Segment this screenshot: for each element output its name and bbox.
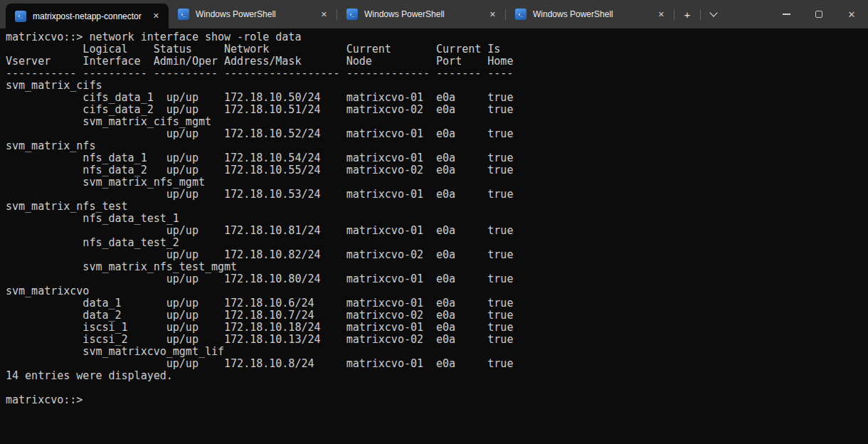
tab-title: Windows PowerShell (364, 9, 480, 19)
powershell-icon: ›_ (178, 9, 189, 20)
tab-dropdown-button[interactable] (703, 4, 724, 25)
tab-strip: ›_ matrixpost-netapp-connector ✕ ›_ Wind… (0, 0, 674, 28)
powershell-icon: ›_ (15, 11, 26, 22)
minimize-button[interactable] (770, 0, 803, 28)
plus-icon: + (684, 9, 691, 20)
terminal-output[interactable]: matrixcvo::> network interface show -rol… (0, 28, 868, 444)
tab-title: Windows PowerShell (533, 9, 649, 19)
tab-close-icon[interactable]: ✕ (655, 9, 667, 21)
maximize-button[interactable] (803, 0, 835, 28)
tab-close-icon[interactable]: ✕ (150, 10, 162, 22)
chevron-down-icon (709, 9, 717, 16)
tab-close-icon[interactable]: ✕ (487, 9, 499, 21)
tab-windows-powershell-4[interactable]: ›_ Windows PowerShell ✕ (506, 0, 674, 28)
maximize-icon (815, 11, 822, 18)
tab-title: matrixpost-netapp-connector (33, 11, 144, 21)
close-button[interactable]: ✕ (835, 0, 868, 28)
tab-close-icon[interactable]: ✕ (318, 9, 330, 21)
tab-title: Windows PowerShell (196, 9, 312, 19)
tab-windows-powershell-3[interactable]: ›_ Windows PowerShell ✕ (337, 0, 505, 28)
tab-windows-powershell-2[interactable]: ›_ Windows PowerShell ✕ (169, 0, 337, 28)
close-icon: ✕ (848, 10, 856, 19)
divider (700, 9, 701, 20)
tab-actions: + (674, 0, 726, 28)
tab-bar: ›_ matrixpost-netapp-connector ✕ ›_ Wind… (0, 0, 868, 28)
titlebar-drag-area (726, 0, 770, 28)
terminal-window: ›_ matrixpost-netapp-connector ✕ ›_ Wind… (0, 0, 868, 444)
minimize-icon (783, 14, 790, 14)
new-tab-button[interactable]: + (677, 4, 698, 25)
divider (674, 9, 674, 20)
powershell-icon: ›_ (346, 9, 358, 20)
window-controls: ✕ (770, 0, 868, 28)
powershell-icon: ›_ (515, 9, 526, 20)
tab-matrixpost-netapp-connector[interactable]: ›_ matrixpost-netapp-connector ✕ (6, 4, 169, 28)
